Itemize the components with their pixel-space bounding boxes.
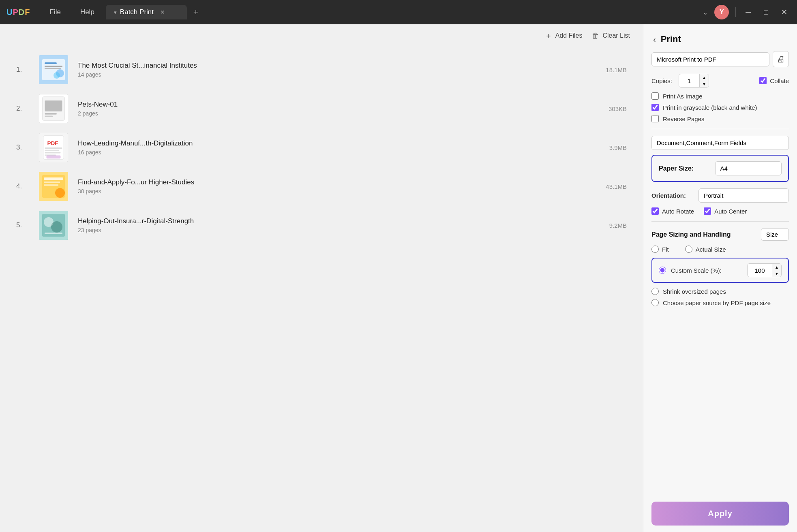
clear-list-button[interactable]: 🗑 Clear List	[592, 32, 630, 40]
list-item[interactable]: 3. PDF How-Leading-Manuf...th-Digitali	[0, 128, 643, 167]
copies-row: Copies: ▲ ▼ Collate	[651, 74, 789, 88]
tab-batch-print[interactable]: ▾ Batch Print ✕	[106, 5, 187, 19]
copies-label: Copies:	[651, 77, 672, 84]
custom-scale-input[interactable]	[748, 265, 772, 276]
scale-spinners: ▲ ▼	[772, 264, 781, 277]
choose-paper-row: Choose paper source by PDF page size	[651, 299, 789, 306]
auto-rotate-checkbox[interactable]	[651, 207, 659, 215]
shrink-row: Shrink oversized pages	[651, 288, 789, 295]
page-sizing-header: Page Sizing and Handling Size Fit Shrink	[651, 228, 789, 241]
choose-paper-radio[interactable]	[651, 299, 659, 306]
file-info: Pets-New-01 2 pages	[78, 100, 585, 117]
collate-checkbox[interactable]	[759, 77, 767, 84]
file-number: 3.	[16, 143, 29, 152]
minimize-button[interactable]: ─	[742, 6, 754, 18]
list-item[interactable]: 2. Pets-New-01 2 pages 303KB	[0, 89, 643, 128]
tab-add-button[interactable]: +	[190, 5, 202, 19]
page-sizing-select[interactable]: Size Fit Shrink	[761, 228, 789, 241]
svg-point-6	[54, 72, 60, 79]
chevron-down-icon[interactable]: ⌄	[703, 9, 708, 16]
file-size: 3.9MB	[594, 144, 627, 151]
svg-rect-20	[47, 155, 61, 158]
file-size: 9.2MB	[594, 222, 627, 229]
menu-help[interactable]: Help	[77, 6, 98, 18]
file-thumbnail	[39, 211, 68, 240]
actual-size-radio[interactable]	[685, 246, 692, 253]
shrink-label: Shrink oversized pages	[663, 288, 726, 295]
copies-input[interactable]	[679, 75, 699, 87]
tab-arrow-icon: ▾	[114, 9, 117, 15]
apply-button[interactable]: Apply	[651, 502, 789, 526]
auto-center-checkbox[interactable]	[704, 207, 711, 215]
fit-radio[interactable]	[651, 246, 659, 253]
file-info: Find-and-Apply-Fo...ur Higher-Studies 30…	[78, 178, 585, 194]
list-item[interactable]: 5. Helping-Out-Insura...r-Digital-Streng…	[0, 206, 643, 245]
list-item[interactable]: 1. The Most Crucial St...inancial Instit…	[0, 50, 643, 89]
auto-center-item: Auto Center	[704, 207, 747, 215]
collate-wrap: Collate	[759, 77, 789, 84]
auto-rotate-item: Auto Rotate	[651, 207, 694, 215]
trash-icon: 🗑	[592, 32, 599, 40]
title-bar-right: ⌄ Y ─ □ ✕	[703, 5, 791, 19]
file-pages: 16 pages	[78, 149, 585, 156]
divider-2	[651, 221, 789, 222]
panel-body: Microsoft Print to PDF 🖨 Copies: ▲ ▼	[643, 51, 797, 495]
file-number: 1.	[16, 66, 29, 74]
svg-rect-17	[45, 150, 59, 151]
list-item[interactable]: 4. Find-and-Apply-Fo...ur Higher-Studies…	[0, 167, 643, 206]
print-as-image-checkbox[interactable]	[651, 92, 659, 100]
file-number: 2.	[16, 105, 29, 113]
printer-row: Microsoft Print to PDF 🖨	[651, 51, 789, 67]
copies-down-button[interactable]: ▼	[700, 81, 709, 87]
reverse-pages-checkbox[interactable]	[651, 115, 659, 122]
auto-rotate-label: Auto Rotate	[662, 208, 694, 215]
choose-paper-label: Choose paper source by PDF page size	[663, 299, 771, 306]
copies-up-button[interactable]: ▲	[700, 74, 709, 81]
scale-down-button[interactable]: ▼	[772, 270, 781, 277]
add-files-label: Add Files	[555, 32, 583, 39]
add-files-button[interactable]: ＋ Add Files	[545, 31, 583, 41]
svg-rect-31	[45, 233, 62, 234]
actual-size-label: Actual Size	[696, 246, 726, 253]
back-button[interactable]: ‹	[653, 35, 656, 44]
grayscale-label: Print in grayscale (black and white)	[663, 104, 757, 111]
file-number: 4.	[16, 182, 29, 190]
printer-select[interactable]: Microsoft Print to PDF	[651, 52, 769, 66]
separator	[735, 7, 736, 17]
menu-file[interactable]: File	[46, 6, 64, 18]
reverse-pages-row: Reverse Pages	[651, 115, 789, 122]
file-size: 303KB	[594, 105, 627, 112]
fit-label: Fit	[662, 246, 669, 253]
file-info: How-Leading-Manuf...th-Digitalization 16…	[78, 139, 585, 156]
fit-radio-item: Fit	[651, 246, 669, 253]
maximize-button[interactable]: □	[761, 6, 771, 18]
scale-up-button[interactable]: ▲	[772, 264, 781, 270]
file-name: Find-and-Apply-Fo...ur Higher-Studies	[78, 178, 585, 186]
file-thumbnail	[39, 55, 68, 84]
svg-rect-23	[44, 177, 63, 180]
logo-d: D	[19, 8, 25, 17]
file-thumbnail: PDF	[39, 133, 68, 162]
custom-scale-radio[interactable]	[659, 267, 666, 274]
size-radio-row: Fit Actual Size	[651, 246, 789, 253]
paper-size-select[interactable]: A4 Letter Legal	[715, 161, 782, 175]
close-button[interactable]: ✕	[778, 6, 791, 18]
custom-scale-label: Custom Scale (%):	[671, 267, 742, 274]
orientation-row: Orientation: Portrait Landscape	[651, 188, 789, 203]
grayscale-checkbox[interactable]	[651, 104, 659, 111]
file-name: Helping-Out-Insura...r-Digital-Strength	[78, 217, 585, 225]
print-panel: ‹ Print Microsoft Print to PDF 🖨 Copies:	[643, 24, 797, 532]
orientation-select[interactable]: Portrait Landscape	[698, 188, 789, 203]
logo-u: U	[6, 8, 13, 17]
printer-settings-button[interactable]: 🖨	[773, 51, 789, 67]
document-select[interactable]: Document,Comment,Form Fields	[651, 136, 789, 150]
file-pages: 14 pages	[78, 71, 585, 78]
print-as-image-row: Print As Image	[651, 92, 789, 100]
tab-close-icon[interactable]: ✕	[160, 9, 165, 15]
plus-icon: ＋	[545, 31, 552, 41]
file-list-panel: ＋ Add Files 🗑 Clear List 1.	[0, 24, 643, 532]
file-pages: 23 pages	[78, 227, 585, 233]
shrink-radio[interactable]	[651, 288, 659, 295]
svg-rect-10	[45, 101, 62, 111]
svg-rect-25	[44, 184, 58, 186]
